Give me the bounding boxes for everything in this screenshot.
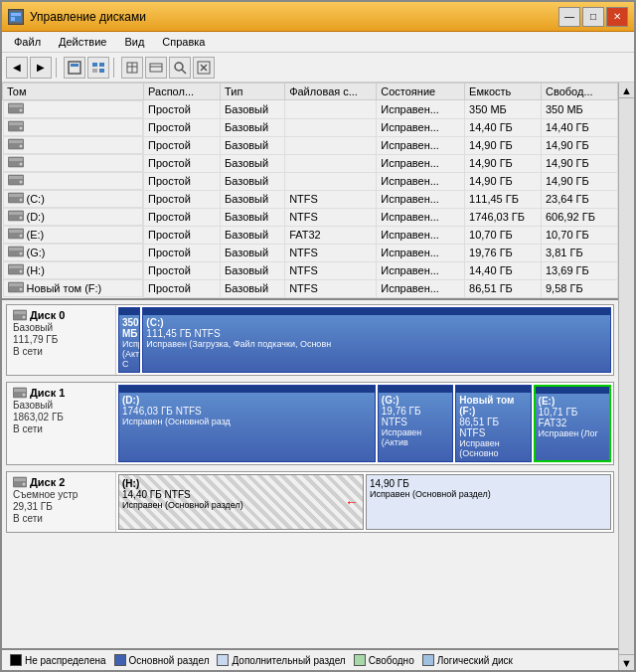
partition-header-0-1: [143, 308, 610, 315]
cell-status: Исправен...: [377, 136, 465, 154]
right-scrollbar[interactable]: ▲ ▼: [618, 83, 634, 670]
tb-btn-4[interactable]: [145, 57, 167, 79]
col-type[interactable]: Тип: [221, 84, 285, 100]
volume-name: (E:): [27, 229, 45, 241]
cell-location: Простой: [144, 118, 221, 136]
cell-location: Простой: [144, 208, 221, 226]
scroll-down[interactable]: ▼: [619, 654, 634, 670]
cell-type: Базовый: [221, 244, 285, 261]
partition-status-1-0: Исправен (Основной разд: [122, 417, 372, 426]
cell-size: 19,76 ГБ: [465, 244, 542, 261]
tb-btn-6[interactable]: [193, 57, 215, 79]
legend-primary-label: Основной раздел: [129, 655, 210, 666]
disk-status-2: В сети: [13, 513, 109, 524]
partition-2-0[interactable]: (H:)14,40 ГБ NTFSИсправен (Основной разд…: [118, 474, 364, 530]
toolbar: ◀ ▶: [2, 53, 634, 83]
partition-fs-2-0: 14,40 ГБ NTFS: [122, 489, 360, 500]
scroll-up[interactable]: ▲: [619, 83, 634, 98]
legend-free: Свободно: [354, 654, 414, 666]
table-row[interactable]: (D:)ПростойБазовыйNTFSИсправен...1746,03…: [3, 208, 618, 226]
disk-size-2: 29,31 ГБ: [13, 501, 109, 512]
col-fs[interactable]: Файловая с...: [285, 84, 377, 100]
disk-icon: [8, 120, 24, 134]
partition-1-0[interactable]: (D:)1746,03 ГБ NTFSИсправен (Основной ра…: [118, 385, 376, 462]
disk-name-1: Диск 1: [13, 387, 109, 399]
close-button[interactable]: ✕: [606, 7, 628, 27]
disk-size-1: 1863,02 ГБ: [13, 412, 109, 422]
arrow-indicator-2-0: ←: [345, 494, 359, 510]
col-volume[interactable]: Том: [3, 84, 144, 100]
partition-0-1[interactable]: (C:)111,45 ГБ NTFSИсправен (Загрузка, Фа…: [142, 307, 611, 373]
svg-point-48: [19, 270, 22, 273]
cell-fs: [285, 100, 377, 119]
volume-name: (H:): [27, 264, 45, 276]
col-free[interactable]: Свобод...: [542, 84, 618, 100]
minimize-button[interactable]: —: [558, 7, 580, 27]
table-section[interactable]: Том Распол... Тип Файловая с... Состояни…: [2, 83, 618, 300]
disk-size-0: 111,79 ГБ: [13, 334, 109, 345]
legend-logical-label: Логический диск: [437, 655, 513, 666]
table-row[interactable]: (E:)ПростойБазовыйFAT32Исправен...10,70 …: [3, 226, 618, 244]
disk-icon: [8, 246, 24, 259]
col-size[interactable]: Емкость: [465, 84, 542, 100]
table-row[interactable]: ПростойБазовыйИсправен...350 МБ350 МБ: [3, 100, 618, 119]
table-row[interactable]: ПростойБазовыйИсправен...14,90 ГБ14,90 Г…: [3, 154, 618, 172]
disk-type-1: Базовый: [13, 400, 109, 411]
tb-btn-1[interactable]: [64, 57, 85, 79]
cell-location: Простой: [144, 244, 221, 261]
svg-rect-12: [150, 64, 162, 72]
partition-status-1-2: Исправен (Основно: [459, 438, 527, 458]
table-row[interactable]: ПростойБазовыйИсправен...14,90 ГБ14,90 Г…: [3, 172, 618, 190]
cell-fs: NTFS: [285, 244, 377, 261]
cell-fs: [285, 136, 377, 154]
svg-rect-20: [9, 104, 23, 107]
disk-type-0: Базовый: [13, 322, 109, 333]
svg-rect-41: [9, 230, 23, 233]
disk-icon: [8, 210, 24, 224]
menu-action[interactable]: Действие: [51, 34, 114, 50]
maximize-button[interactable]: □: [582, 7, 604, 27]
svg-rect-50: [9, 283, 23, 286]
cell-location: Простой: [144, 154, 221, 172]
cell-size: 14,90 ГБ: [465, 136, 542, 154]
table-row[interactable]: Новый том (F:)ПростойБазовыйNTFSИсправен…: [3, 279, 618, 297]
forward-button[interactable]: ▶: [30, 57, 52, 79]
partition-status-2-1: Исправен (Основной раздел): [370, 489, 607, 499]
legend-unallocated: Не распределена: [10, 654, 106, 666]
partition-0-0[interactable]: 350 МБИсправен (Активен, С: [118, 307, 140, 373]
cell-type: Базовый: [221, 118, 285, 136]
partition-1-2[interactable]: Новый том (F:)86,51 ГБ NTFSИсправен (Осн…: [455, 385, 531, 462]
window-icon: [8, 9, 24, 25]
legend-free-box: [354, 654, 366, 666]
partition-1-3[interactable]: (E:)10,71 ГБ FAT32Исправен (Лог: [534, 385, 611, 462]
partition-2-1[interactable]: 14,90 ГБИсправен (Основной раздел): [366, 474, 611, 530]
partition-header-0-0: [119, 308, 139, 315]
svg-point-27: [19, 145, 22, 148]
partition-status-0-0: Исправен (Активен, С: [122, 339, 136, 369]
table-row[interactable]: ПростойБазовыйИсправен...14,90 ГБ14,90 Г…: [3, 136, 618, 154]
menu-file[interactable]: Файл: [6, 34, 49, 50]
cell-free: 606,92 ГБ: [542, 208, 618, 226]
partition-fs-1-0: 1746,03 ГБ NTFS: [122, 406, 372, 417]
menu-view[interactable]: Вид: [116, 34, 152, 50]
table-row[interactable]: (H:)ПростойБазовыйNTFSИсправен...14,40 Г…: [3, 261, 618, 279]
cell-size: 10,70 ГБ: [465, 226, 542, 244]
tb-btn-3[interactable]: [121, 57, 143, 79]
back-button[interactable]: ◀: [6, 57, 28, 79]
col-location[interactable]: Распол...: [144, 84, 221, 100]
tb-btn-5[interactable]: [169, 57, 191, 79]
table-row[interactable]: (C:)ПростойБазовыйNTFSИсправен...111,45 …: [3, 190, 618, 208]
cell-free: 10,70 ГБ: [542, 226, 618, 244]
partition-1-1[interactable]: (G:)19,76 ГБ NTFSИсправен (Актив: [378, 385, 453, 462]
menu-help[interactable]: Справка: [154, 34, 213, 50]
table-row[interactable]: (G:)ПростойБазовыйNTFSИсправен...19,76 Г…: [3, 244, 618, 261]
cell-free: 14,90 ГБ: [542, 136, 618, 154]
tb-btn-2[interactable]: [87, 57, 109, 79]
table-row[interactable]: ПростойБазовыйИсправен...14,40 ГБ14,40 Г…: [3, 118, 618, 136]
col-status[interactable]: Состояние: [377, 84, 465, 100]
cell-status: Исправен...: [377, 279, 465, 297]
svg-point-30: [19, 163, 22, 166]
cell-type: Базовый: [221, 226, 285, 244]
svg-point-42: [19, 235, 22, 238]
partition-header-1-0: [119, 386, 375, 393]
